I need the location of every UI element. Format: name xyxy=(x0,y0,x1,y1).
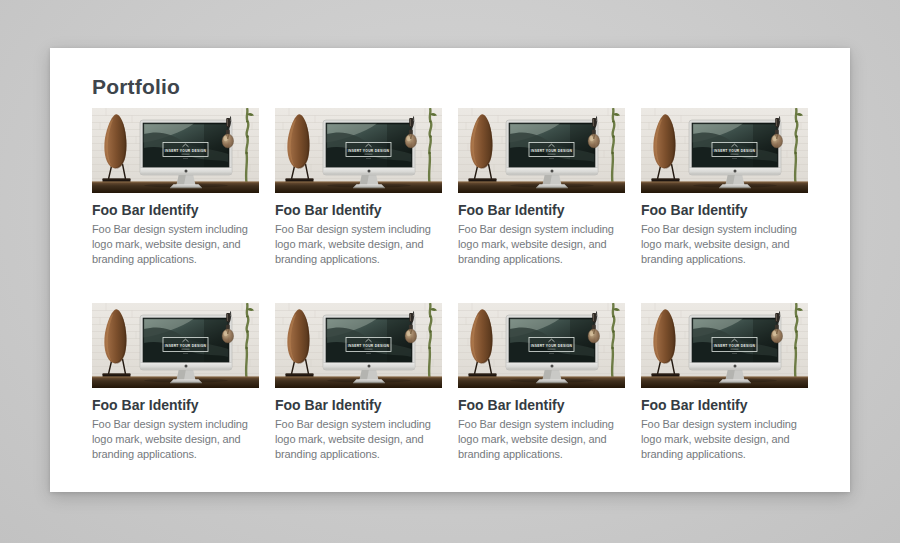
portfolio-item: Foo Bar Identify Foo Bar design system i… xyxy=(458,303,625,462)
portfolio-item-title: Foo Bar Identify xyxy=(275,202,442,219)
portfolio-item-description: Foo Bar design system including logo mar… xyxy=(641,417,808,462)
portfolio-item-description: Foo Bar design system including logo mar… xyxy=(275,222,442,267)
portfolio-item-title: Foo Bar Identify xyxy=(458,202,625,219)
portfolio-item: Foo Bar Identify Foo Bar design system i… xyxy=(92,303,259,462)
page-background: Portfolio Foo Bar Identify Foo Bar desig… xyxy=(0,0,900,543)
portfolio-thumbnail-image[interactable] xyxy=(641,108,808,193)
portfolio-thumbnail-image[interactable] xyxy=(92,303,259,388)
portfolio-item: Foo Bar Identify Foo Bar design system i… xyxy=(641,108,808,267)
portfolio-item-title: Foo Bar Identify xyxy=(275,397,442,414)
portfolio-item: Foo Bar Identify Foo Bar design system i… xyxy=(275,108,442,267)
content-card: Portfolio Foo Bar Identify Foo Bar desig… xyxy=(50,48,850,492)
portfolio-item-description: Foo Bar design system including logo mar… xyxy=(275,417,442,462)
portfolio-item-description: Foo Bar design system including logo mar… xyxy=(458,222,625,267)
portfolio-item-title: Foo Bar Identify xyxy=(458,397,625,414)
portfolio-thumbnail-image[interactable] xyxy=(275,303,442,388)
portfolio-item-title: Foo Bar Identify xyxy=(641,202,808,219)
portfolio-item-description: Foo Bar design system including logo mar… xyxy=(92,222,259,267)
portfolio-thumbnail-image[interactable] xyxy=(458,303,625,388)
portfolio-item-description: Foo Bar design system including logo mar… xyxy=(92,417,259,462)
portfolio-item: Foo Bar Identify Foo Bar design system i… xyxy=(92,108,259,267)
portfolio-thumbnail-image[interactable] xyxy=(275,108,442,193)
portfolio-item-title: Foo Bar Identify xyxy=(641,397,808,414)
portfolio-item: Foo Bar Identify Foo Bar design system i… xyxy=(641,303,808,462)
portfolio-grid: Foo Bar Identify Foo Bar design system i… xyxy=(92,108,808,462)
portfolio-thumbnail-image[interactable] xyxy=(92,108,259,193)
page-title: Portfolio xyxy=(92,74,808,100)
portfolio-item: Foo Bar Identify Foo Bar design system i… xyxy=(458,108,625,267)
portfolio-item-title: Foo Bar Identify xyxy=(92,397,259,414)
portfolio-item-description: Foo Bar design system including logo mar… xyxy=(458,417,625,462)
portfolio-item: Foo Bar Identify Foo Bar design system i… xyxy=(275,303,442,462)
portfolio-thumbnail-image[interactable] xyxy=(641,303,808,388)
portfolio-item-title: Foo Bar Identify xyxy=(92,202,259,219)
portfolio-thumbnail-image[interactable] xyxy=(458,108,625,193)
portfolio-item-description: Foo Bar design system including logo mar… xyxy=(641,222,808,267)
